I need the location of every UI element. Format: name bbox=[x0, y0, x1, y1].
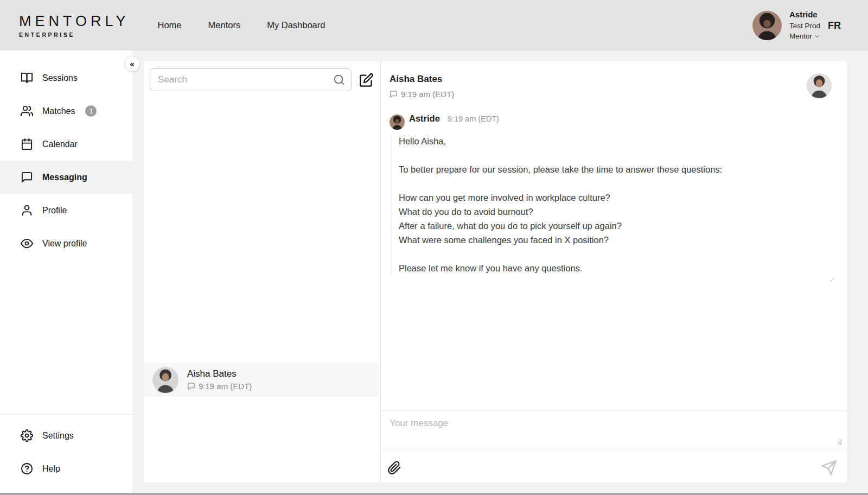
conversation-name: Aisha Bates bbox=[187, 369, 252, 379]
top-nav: Home Mentors My Dashboard bbox=[158, 20, 326, 30]
sidebar-item-label: Settings bbox=[42, 431, 74, 441]
message-bubble-icon bbox=[390, 90, 398, 98]
sidebar-item-messaging[interactable]: Messaging bbox=[0, 161, 132, 194]
message-bubble-icon bbox=[187, 382, 195, 390]
sidebar-item-help[interactable]: Help bbox=[0, 452, 132, 485]
conversation-avatar bbox=[152, 367, 178, 393]
message-composer bbox=[381, 410, 847, 483]
matches-count-badge: 1 bbox=[85, 105, 97, 117]
nav-home[interactable]: Home bbox=[158, 20, 182, 30]
compose-message-icon[interactable] bbox=[359, 73, 374, 87]
avatar-silhouette-icon bbox=[807, 73, 832, 98]
app-logo[interactable]: MENTORLY ENTERPRISE bbox=[19, 13, 130, 38]
conversation-list-panel: Aisha Bates 9:19 am (EDT) bbox=[144, 61, 380, 483]
chevrons-left-icon: « bbox=[130, 59, 134, 68]
sidebar-item-label: Profile bbox=[42, 206, 67, 215]
sidebar-nav: Sessions Matches 1 Calendar Messaging bbox=[0, 50, 132, 260]
sidebar-footer: Settings Help bbox=[0, 414, 132, 485]
conversation-list-item[interactable]: Aisha Bates 9:19 am (EDT) bbox=[144, 363, 380, 397]
avatar-silhouette-icon bbox=[390, 115, 405, 130]
user-name: Astride bbox=[789, 9, 820, 21]
paperclip-icon[interactable] bbox=[387, 461, 401, 475]
search-icon[interactable] bbox=[333, 74, 345, 86]
message-sender: Astride bbox=[409, 113, 440, 124]
logo-subtitle: ENTERPRISE bbox=[19, 31, 130, 38]
users-icon bbox=[21, 105, 33, 117]
message-input[interactable] bbox=[381, 411, 847, 448]
sidebar-item-label: View profile bbox=[42, 239, 87, 249]
avatar-silhouette-icon bbox=[152, 367, 178, 393]
user-org: Test Prod bbox=[789, 21, 820, 31]
app-header: MENTORLY ENTERPRISE Home Mentors My Dash… bbox=[0, 0, 868, 50]
sidebar-item-label: Sessions bbox=[42, 73, 78, 83]
sidebar-item-settings[interactable]: Settings bbox=[0, 419, 132, 452]
chat-panel: Aisha Bates 9:19 am (EDT) Astride 9 bbox=[380, 61, 847, 483]
sidebar-item-sessions[interactable]: Sessions bbox=[0, 61, 132, 94]
sidebar-item-profile[interactable]: Profile bbox=[0, 194, 132, 227]
logo-title: MENTORLY bbox=[19, 13, 130, 30]
conversation-time: 9:19 am (EDT) bbox=[199, 382, 252, 391]
resize-grip-handle[interactable] bbox=[836, 439, 843, 445]
sidebar-item-calendar[interactable]: Calendar bbox=[0, 128, 132, 161]
sidebar-item-label: Matches bbox=[42, 106, 75, 116]
message-bubble-icon bbox=[21, 171, 33, 183]
chat-header-time-row: 9:19 am (EDT) bbox=[390, 90, 454, 99]
sidebar-item-matches[interactable]: Matches 1 bbox=[0, 94, 132, 128]
help-circle-icon bbox=[21, 462, 33, 475]
sidebar-collapse-button[interactable]: « bbox=[124, 56, 140, 72]
message-time: 9:19 am (EDT) bbox=[448, 115, 499, 123]
user-icon bbox=[21, 204, 33, 217]
chat-partner-name: Aisha Bates bbox=[390, 74, 442, 85]
user-role-dropdown[interactable]: Mentor bbox=[789, 31, 820, 42]
chat-header: Aisha Bates 9:19 am (EDT) bbox=[381, 61, 847, 113]
language-toggle[interactable]: FR bbox=[828, 20, 841, 31]
user-role-label: Mentor bbox=[789, 31, 812, 42]
chevron-down-icon bbox=[814, 33, 820, 40]
sidebar-item-label: Messaging bbox=[42, 173, 87, 182]
avatar-silhouette-icon bbox=[752, 11, 782, 40]
user-avatar[interactable] bbox=[752, 11, 782, 40]
message: Astride 9:19 am (EDT) Hello Aisha, To be… bbox=[381, 113, 847, 275]
send-icon[interactable] bbox=[821, 460, 837, 476]
search-input[interactable] bbox=[150, 68, 352, 91]
chat-partner-avatar bbox=[807, 73, 832, 98]
message-header: Astride 9:19 am (EDT) bbox=[390, 113, 847, 129]
search-wrapper bbox=[150, 68, 352, 91]
conversation-meta: Aisha Bates 9:19 am (EDT) bbox=[187, 369, 252, 391]
nav-mentors[interactable]: Mentors bbox=[208, 20, 241, 30]
user-menu[interactable]: Astride Test Prod Mentor FR bbox=[752, 9, 841, 42]
composer-toolbar bbox=[381, 450, 847, 485]
eye-icon bbox=[21, 237, 33, 250]
nav-my-dashboard[interactable]: My Dashboard bbox=[267, 20, 325, 30]
conversation-time-row: 9:19 am (EDT) bbox=[187, 382, 252, 391]
sidebar-item-view-profile[interactable]: View profile bbox=[0, 227, 132, 260]
user-info: Astride Test Prod Mentor bbox=[789, 9, 820, 42]
message-body: Hello Aisha, To better prepare for our s… bbox=[391, 134, 781, 275]
sidebar: « Sessions Matches 1 Calendar bbox=[0, 50, 132, 493]
gear-icon bbox=[21, 429, 33, 442]
page-bottom-strip bbox=[0, 493, 868, 495]
message-sender-avatar bbox=[390, 115, 405, 130]
sidebar-item-label: Help bbox=[42, 464, 60, 474]
read-receipt-check-icon: ✓ bbox=[829, 274, 837, 285]
book-open-icon bbox=[21, 72, 33, 84]
calendar-icon bbox=[21, 138, 33, 150]
sidebar-item-label: Calendar bbox=[42, 139, 78, 149]
conversation-toolbar bbox=[144, 61, 380, 91]
chat-header-time: 9:19 am (EDT) bbox=[401, 90, 454, 99]
